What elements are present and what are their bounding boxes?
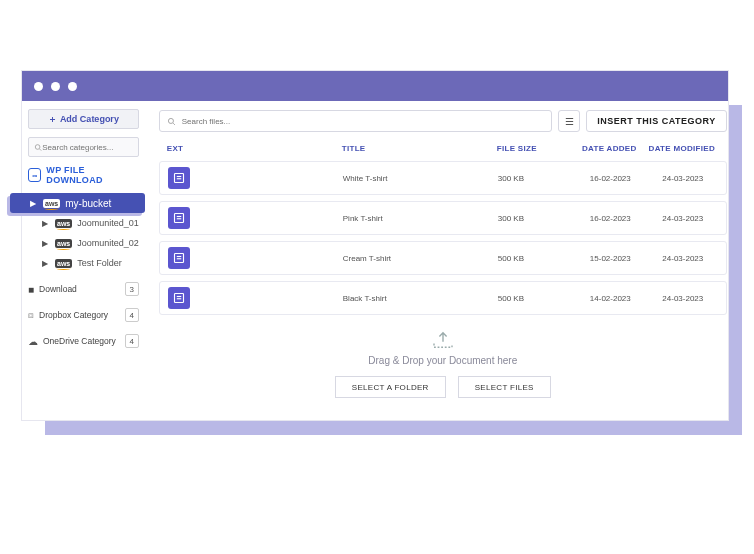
- select-files-button[interactable]: SELECT FILES: [458, 376, 551, 398]
- col-modified-header[interactable]: DATE MODIFIED: [647, 144, 717, 153]
- window-dot[interactable]: [34, 82, 43, 91]
- sliders-icon: ☰: [565, 116, 574, 127]
- sidebar-item-label: Joomunited_02: [77, 238, 139, 248]
- svg-rect-13: [174, 294, 183, 303]
- add-category-button[interactable]: ＋ Add Category: [28, 109, 139, 129]
- search-categories-field[interactable]: [42, 143, 133, 152]
- add-category-label: Add Category: [60, 114, 119, 124]
- cell-added: 15-02-2023: [573, 254, 648, 263]
- col-added-header[interactable]: DATE ADDED: [572, 144, 647, 153]
- sidebar-subtree: ▶ aws Joomunited_01 ▶ aws Joomunited_02 …: [28, 213, 139, 273]
- sidebar-item-label: Joomunited_01: [77, 218, 139, 228]
- sidebar: ＋ Add Category ∞ WP FILE DOWNLOAD ▶ aws …: [22, 101, 145, 420]
- cloud-icon: ☁: [28, 336, 38, 347]
- app-window: ＋ Add Category ∞ WP FILE DOWNLOAD ▶ aws …: [21, 70, 729, 421]
- sidebar-item-download[interactable]: ■ Download 3: [28, 279, 139, 299]
- search-files-container[interactable]: [159, 110, 552, 132]
- sidebar-item-label: Dropbox Category: [39, 310, 108, 320]
- col-title-header[interactable]: TITLE: [342, 144, 497, 153]
- sidebar-item-dropbox[interactable]: ⧈ Dropbox Category 4: [28, 305, 139, 325]
- cell-title: Pink T-shirt: [343, 214, 498, 223]
- cell-modified: 24-03-2023: [648, 174, 718, 183]
- search-categories-input[interactable]: [28, 137, 139, 157]
- sidebar-item-joomunited-01[interactable]: ▶ aws Joomunited_01: [28, 213, 139, 233]
- aws-icon: aws: [43, 199, 60, 208]
- svg-point-0: [35, 144, 40, 149]
- window-titlebar: [22, 71, 728, 101]
- cell-added: 16-02-2023: [573, 214, 648, 223]
- cell-size: 500 KB: [498, 294, 573, 303]
- upload-icon: [159, 331, 727, 349]
- col-ext-header[interactable]: EXT: [167, 144, 342, 153]
- file-icon: [168, 207, 190, 229]
- chevron-right-icon: ▶: [30, 199, 38, 208]
- cell-title: White T-shirt: [343, 174, 498, 183]
- count-badge: 4: [125, 308, 139, 322]
- wp-title-label: WP FILE DOWNLOAD: [46, 165, 138, 185]
- file-icon: [168, 287, 190, 309]
- table-row[interactable]: Cream T-shirt500 KB15-02-202324-03-2023: [159, 241, 727, 275]
- svg-rect-4: [174, 174, 183, 183]
- sidebar-item-joomunited-02[interactable]: ▶ aws Joomunited_02: [28, 233, 139, 253]
- table-body: White T-shirt300 KB16-02-202324-03-2023P…: [159, 161, 727, 315]
- sidebar-item-my-bucket[interactable]: ▶ aws my-bucket: [10, 193, 145, 213]
- dropzone-text: Drag & Drop your Document here: [159, 355, 727, 366]
- sidebar-item-label: my-bucket: [65, 198, 111, 209]
- aws-icon: aws: [55, 259, 72, 268]
- sidebar-item-onedrive[interactable]: ☁ OneDrive Category 4: [28, 331, 139, 351]
- count-badge: 3: [125, 282, 139, 296]
- aws-icon: aws: [55, 219, 72, 228]
- cell-modified: 24-03-2023: [648, 254, 718, 263]
- svg-line-3: [173, 123, 175, 125]
- cell-title: Cream T-shirt: [343, 254, 498, 263]
- insert-category-button[interactable]: INSERT THIS CATEGORY: [586, 110, 727, 132]
- folder-icon: ■: [28, 284, 34, 295]
- cell-size: 300 KB: [498, 214, 573, 223]
- file-icon: [168, 247, 190, 269]
- window-dot[interactable]: [51, 82, 60, 91]
- search-icon: [167, 117, 176, 126]
- dropbox-icon: ⧈: [28, 310, 34, 321]
- file-icon: [168, 167, 190, 189]
- cell-title: Black T-shirt: [343, 294, 498, 303]
- table-header: EXT TITLE FILE SIZE DATE ADDED DATE MODI…: [159, 144, 727, 153]
- sidebar-item-label: Download: [39, 284, 77, 294]
- plus-icon: ＋: [48, 113, 57, 126]
- select-folder-button[interactable]: SELECT A FOLDER: [335, 376, 446, 398]
- wp-file-download-header[interactable]: ∞ WP FILE DOWNLOAD: [28, 163, 139, 187]
- col-size-header[interactable]: FILE SIZE: [497, 144, 572, 153]
- svg-rect-7: [174, 214, 183, 223]
- table-row[interactable]: Black T-shirt500 KB14-02-202324-03-2023: [159, 281, 727, 315]
- aws-icon: aws: [55, 239, 72, 248]
- cell-size: 300 KB: [498, 174, 573, 183]
- count-badge: 4: [125, 334, 139, 348]
- dropzone[interactable]: Drag & Drop your Document here SELECT A …: [159, 321, 727, 402]
- search-icon: [34, 143, 42, 152]
- wp-logo-icon: ∞: [28, 168, 41, 182]
- main-panel: ☰ INSERT THIS CATEGORY EXT TITLE FILE SI…: [145, 101, 741, 420]
- cell-modified: 24-03-2023: [648, 214, 718, 223]
- cell-modified: 24-03-2023: [648, 294, 718, 303]
- sidebar-item-label: Test Folder: [77, 258, 122, 268]
- filter-button[interactable]: ☰: [558, 110, 580, 132]
- window-dot[interactable]: [68, 82, 77, 91]
- search-files-input[interactable]: [182, 117, 544, 126]
- sidebar-item-test-folder[interactable]: ▶ aws Test Folder: [28, 253, 139, 273]
- chevron-right-icon: ▶: [42, 259, 50, 268]
- svg-line-1: [40, 149, 42, 151]
- svg-rect-10: [174, 254, 183, 263]
- svg-point-2: [168, 118, 173, 123]
- chevron-right-icon: ▶: [42, 239, 50, 248]
- cell-added: 14-02-2023: [573, 294, 648, 303]
- cell-added: 16-02-2023: [573, 174, 648, 183]
- table-row[interactable]: Pink T-shirt300 KB16-02-202324-03-2023: [159, 201, 727, 235]
- table-row[interactable]: White T-shirt300 KB16-02-202324-03-2023: [159, 161, 727, 195]
- cell-size: 500 KB: [498, 254, 573, 263]
- chevron-right-icon: ▶: [42, 219, 50, 228]
- toolbar: ☰ INSERT THIS CATEGORY: [159, 110, 727, 132]
- sidebar-item-label: OneDrive Category: [43, 336, 116, 346]
